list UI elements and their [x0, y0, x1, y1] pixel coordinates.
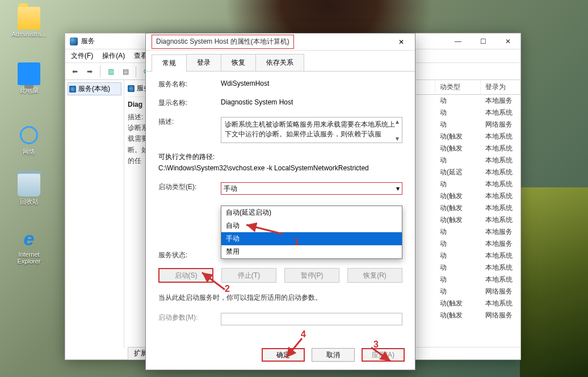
cell-logon: 本地服务: [481, 238, 520, 250]
label-description: 描述:: [158, 117, 221, 143]
cell-logon: 本地系统: [481, 250, 520, 262]
services-icon: [70, 37, 78, 45]
cell-logon: 本地系统: [481, 262, 520, 274]
ie-icon: e: [18, 227, 40, 250]
tab-general[interactable]: 常规: [152, 55, 187, 72]
trash-icon: [18, 174, 40, 196]
cell-startup: 动: [435, 226, 481, 238]
cell-startup: 动(触发: [435, 214, 481, 226]
tab-recovery[interactable]: 恢复: [221, 54, 256, 71]
maximize-button[interactable]: ☐: [471, 33, 495, 49]
cell-logon: 本地系统: [481, 214, 520, 226]
label-service-status: 服务状态:: [158, 250, 221, 260]
forward-button[interactable]: ➡: [83, 65, 96, 78]
cancel-button[interactable]: 取消: [312, 348, 355, 362]
desktop-icon-label: 网络: [9, 148, 49, 156]
dialog-title: Diagnostic System Host 的属性(本地计算机): [152, 35, 294, 49]
tree-item-label: 服务(本地): [78, 84, 110, 94]
monitor-icon: [18, 62, 40, 85]
cell-startup: 动: [435, 238, 481, 250]
value-exe-path: C:\Windows\System32\svchost.exe -k Local…: [158, 164, 402, 172]
cell-logon: 本地系统: [481, 143, 520, 154]
cell-startup: 动: [435, 178, 481, 190]
svg-line-1: [202, 273, 225, 290]
annotation-number: 1: [294, 237, 299, 248]
scroll-up-icon[interactable]: ▴: [396, 118, 399, 125]
label-service-name: 服务名称:: [158, 79, 221, 89]
properties-titlebar[interactable]: Diagnostic System Host 的属性(本地计算机) ✕: [146, 33, 415, 51]
arrow-icon: [283, 336, 305, 361]
option-auto-delayed[interactable]: 自动(延迟启动): [221, 206, 402, 219]
properties-dialog: Diagnostic System Host 的属性(本地计算机) ✕ 常规 登…: [145, 33, 415, 370]
desktop-icon-recycle-bin[interactable]: 回收站: [9, 174, 49, 206]
start-params-input[interactable]: [221, 313, 402, 325]
label-start-params: 启动参数(M):: [158, 313, 221, 325]
cell-startup: 动(触发: [435, 202, 481, 214]
network-icon: [18, 124, 40, 146]
desktop-icon-this-pc[interactable]: 此电脑: [9, 62, 49, 95]
minimize-button[interactable]: —: [446, 33, 471, 49]
cell-logon: 本地系统: [481, 190, 520, 202]
resume-button[interactable]: 恢复(R): [347, 268, 402, 283]
cell-startup: 动: [435, 95, 481, 107]
cell-logon: 本地系统: [481, 166, 520, 178]
window-title: 服务: [81, 36, 95, 46]
cell-logon: 本地服务: [481, 226, 520, 238]
svg-line-3: [286, 338, 302, 358]
tab-dependencies[interactable]: 依存关系: [255, 54, 304, 71]
description-box: 诊断系统主机被诊断策略服务用来承载需要在本地系统上下文中运行的诊断。如果停止该服…: [221, 117, 402, 143]
cell-startup: 动(触发: [435, 190, 481, 202]
toolbar-icon[interactable]: ▤: [119, 65, 132, 78]
cell-startup: 动: [435, 119, 481, 131]
desktop-icon-label: Internet: [9, 251, 49, 258]
cell-logon: 本地系统: [481, 154, 520, 166]
desktop-icon-admin[interactable]: Administra...: [9, 7, 49, 37]
cell-logon: 本地系统: [481, 131, 520, 143]
desktop-icon-network[interactable]: 网络: [9, 124, 49, 156]
stop-button[interactable]: 停止(T): [221, 268, 276, 283]
cell-startup: 动(触发: [435, 309, 481, 321]
cell-startup: 动(触发: [435, 298, 481, 309]
desktop-icon-ie[interactable]: e Internet Explorer: [9, 227, 49, 265]
folder-icon: [18, 7, 40, 30]
gear-icon: [128, 85, 135, 92]
col-logon-as[interactable]: 登录为: [481, 80, 520, 94]
desktop-icon-label: Explorer: [9, 258, 49, 265]
close-button[interactable]: ✕: [495, 33, 520, 49]
tab-logon[interactable]: 登录: [186, 54, 221, 71]
cell-logon: 本地系统: [481, 298, 520, 309]
start-param-hint: 当从此处启动服务时，你可以指定所适用的启动参数。: [158, 293, 402, 303]
menu-file[interactable]: 文件(F): [71, 51, 93, 61]
gear-icon: [69, 86, 76, 93]
option-disabled[interactable]: 禁用: [221, 245, 402, 258]
scroll-down-icon[interactable]: ▾: [396, 135, 399, 143]
svg-line-2: [371, 347, 390, 361]
value-service-name: WdiSystemHost: [221, 79, 402, 89]
cell-logon: 本地服务: [481, 95, 520, 107]
col-startup-type[interactable]: 动类型: [435, 80, 481, 94]
cell-startup: 动(触发: [435, 143, 481, 154]
startup-type-select[interactable]: 手动 ▾: [221, 182, 402, 195]
svg-line-0: [246, 225, 283, 234]
desktop-icon-label: 回收站: [9, 198, 49, 206]
tree-item-local-services[interactable]: 服务(本地): [68, 82, 121, 95]
close-button[interactable]: ✕: [390, 34, 413, 50]
arrow-icon: [244, 223, 284, 237]
pause-button[interactable]: 暂停(P): [284, 268, 339, 283]
tree-pane: 服务(本地): [65, 80, 124, 348]
menu-action[interactable]: 操作(A): [102, 51, 125, 61]
toolbar-icon[interactable]: ▥: [104, 65, 117, 78]
cell-logon: 网络服务: [481, 119, 520, 131]
cell-logon: 网络服务: [481, 309, 520, 321]
back-button[interactable]: ⬅: [69, 65, 81, 78]
cell-startup: 动: [435, 286, 481, 298]
cell-startup: 动: [435, 250, 481, 262]
cell-startup: 动(延迟: [435, 166, 481, 178]
cell-logon: 本地系统: [481, 107, 520, 119]
desktop-icon-label: Administra...: [9, 31, 49, 37]
cell-logon: 本地系统: [481, 274, 520, 286]
tab-bar: 常规 登录 恢复 依存关系: [146, 51, 415, 72]
arrow-icon: [199, 270, 227, 293]
cell-startup: 动(触发: [435, 131, 481, 143]
cell-logon: 本地系统: [481, 178, 520, 190]
